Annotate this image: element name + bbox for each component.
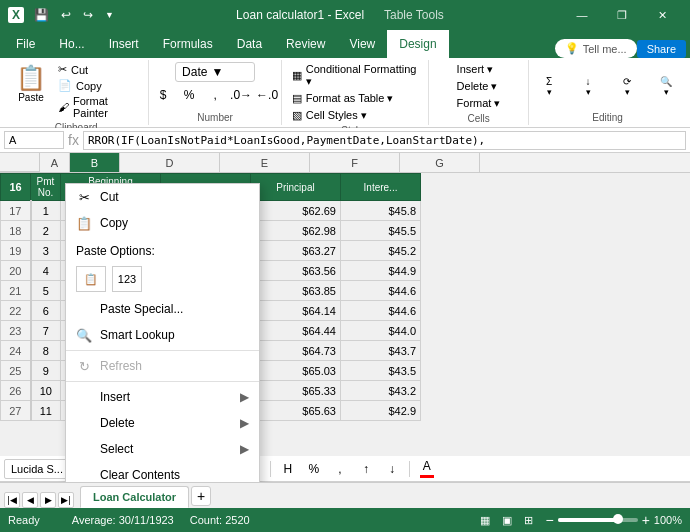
- col-header-d[interactable]: D: [120, 153, 220, 172]
- format-painter-icon: 🖌: [58, 101, 69, 113]
- zoom-out-button[interactable]: −: [545, 512, 553, 528]
- decrease-decimal-button[interactable]: ←.0: [256, 85, 278, 105]
- header-pmtno: PmtNo.: [31, 174, 61, 201]
- format-painter-button[interactable]: 🖌 Format Painter: [54, 94, 142, 120]
- format-date-label: Date: [182, 65, 207, 79]
- insert-cells-button[interactable]: Insert ▾: [453, 62, 505, 77]
- view-normal-icon[interactable]: ▦: [480, 514, 490, 527]
- col-header-a[interactable]: A: [40, 153, 70, 172]
- fill-button[interactable]: ↓▾: [570, 74, 606, 99]
- clear-button[interactable]: ⟳▾: [609, 74, 645, 99]
- zoom-bar: [558, 518, 638, 522]
- format-cells-ribbon-button[interactable]: Format ▾: [453, 96, 505, 111]
- undo-icon[interactable]: ↩: [57, 6, 75, 24]
- decrease-indent-button[interactable]: ↓: [381, 459, 403, 479]
- formula-input[interactable]: [83, 131, 686, 150]
- comma-button[interactable]: ,: [204, 85, 226, 105]
- smart-lookup-icon: 🔍: [76, 328, 92, 343]
- ctx-sep-1: [66, 350, 259, 351]
- comma-format-button[interactable]: ,: [329, 459, 351, 479]
- add-sheet-button[interactable]: +: [191, 486, 211, 506]
- number-format-dropdown[interactable]: Date ▼: [175, 62, 255, 82]
- paste-special-label: Paste Special...: [100, 302, 183, 316]
- col-header-f[interactable]: F: [310, 153, 400, 172]
- conditional-formatting-button[interactable]: ▦ Conditional Formatting ▾: [288, 62, 422, 89]
- header-interest: Intere...: [341, 174, 421, 201]
- currency-button[interactable]: $: [152, 85, 174, 105]
- zoom-in-button[interactable]: +: [642, 512, 650, 528]
- col-header-e[interactable]: E: [220, 153, 310, 172]
- paste-header-label: Paste Options:: [76, 244, 155, 258]
- sheet-prev-button[interactable]: ◀: [22, 492, 38, 508]
- select-ctx-label: Select: [100, 442, 133, 456]
- tab-home[interactable]: Ho...: [47, 30, 96, 58]
- ctx-delete[interactable]: Delete ▶: [66, 410, 259, 436]
- col-header-g[interactable]: G: [400, 153, 480, 172]
- increase-indent-button[interactable]: ↑: [355, 459, 377, 479]
- sheet-first-button[interactable]: |◀: [4, 492, 20, 508]
- tell-me[interactable]: 💡 Tell me...: [555, 39, 637, 58]
- cell-styles-icon: ▧: [292, 109, 302, 122]
- ctx-sep-2: [66, 381, 259, 382]
- close-button[interactable]: ✕: [642, 0, 682, 30]
- paste-opt-1[interactable]: 📋: [76, 266, 106, 292]
- percent-format-button[interactable]: %: [303, 459, 325, 479]
- table-tools-label: Table Tools: [384, 8, 444, 22]
- font-color-button[interactable]: A: [416, 459, 438, 479]
- highlight-button[interactable]: H: [277, 459, 299, 479]
- autosum-button[interactable]: Σ▾: [531, 74, 567, 99]
- styles-group: ▦ Conditional Formatting ▾ ▤ Format as T…: [282, 60, 429, 125]
- ctx-select[interactable]: Select ▶: [66, 436, 259, 462]
- cell-styles-button[interactable]: ▧ Cell Styles ▾: [288, 108, 422, 123]
- zoom-handle[interactable]: [613, 514, 623, 524]
- tab-insert[interactable]: Insert: [97, 30, 151, 58]
- refresh-icon: ↻: [76, 359, 92, 374]
- tab-data[interactable]: Data: [225, 30, 274, 58]
- maximize-button[interactable]: ❐: [602, 0, 642, 30]
- status-bar: Ready Average: 30/11/1923 Count: 2520 ▦ …: [0, 508, 690, 532]
- ctx-smart-lookup[interactable]: 🔍 Smart Lookup: [66, 322, 259, 348]
- paste-opt-2[interactable]: 123: [112, 266, 142, 292]
- ctx-copy[interactable]: 📋 Copy: [66, 210, 259, 236]
- ready-status: Ready: [8, 514, 40, 526]
- redo-icon[interactable]: ↪: [79, 6, 97, 24]
- percent-button[interactable]: %: [178, 85, 200, 105]
- dropdown-arrow-icon: ▼: [211, 65, 223, 79]
- insert-arrow-icon: ▶: [240, 390, 249, 404]
- copy-ctx-label: Copy: [100, 216, 128, 230]
- tab-design[interactable]: Design: [387, 30, 448, 58]
- ribbon-tabs: File Ho... Insert Formulas Data Review V…: [0, 30, 690, 58]
- ctx-cut[interactable]: ✂ Cut: [66, 184, 259, 210]
- tab-review[interactable]: Review: [274, 30, 337, 58]
- increase-decimal-button[interactable]: .0→: [230, 85, 252, 105]
- ctx-paste-special[interactable]: Paste Special...: [66, 296, 259, 322]
- sheet-last-button[interactable]: ▶|: [58, 492, 74, 508]
- tab-view[interactable]: View: [337, 30, 387, 58]
- view-layout-icon[interactable]: ▣: [502, 514, 512, 527]
- tab-file[interactable]: File: [4, 30, 47, 58]
- tab-formulas[interactable]: Formulas: [151, 30, 225, 58]
- clear-contents-label: Clear Contents: [100, 468, 180, 482]
- customize-qa-icon[interactable]: ▼: [101, 8, 118, 22]
- copy-button[interactable]: 📄 Copy: [54, 78, 142, 93]
- delete-cells-button[interactable]: Delete ▾: [453, 79, 505, 94]
- format-as-table-button[interactable]: ▤ Format as Table ▾: [288, 91, 422, 106]
- ctx-clear-contents[interactable]: Clear Contents: [66, 462, 259, 482]
- paste-button[interactable]: 📋 Paste: [10, 62, 52, 120]
- number-label: Number: [197, 112, 233, 123]
- context-menu: ✂ Cut 📋 Copy Paste Options: 📋 123 Paste …: [65, 183, 260, 482]
- name-box[interactable]: [4, 131, 64, 149]
- col-header-b[interactable]: B: [70, 153, 120, 172]
- cut-ctx-label: Cut: [100, 190, 119, 204]
- cut-button[interactable]: ✂ Cut: [54, 62, 142, 77]
- sheet-next-button[interactable]: ▶: [40, 492, 56, 508]
- excel-logo-icon: X: [8, 7, 24, 23]
- sheet-tab-loan-calculator[interactable]: Loan Calculator: [80, 486, 189, 508]
- view-page-break-icon[interactable]: ⊞: [524, 514, 533, 527]
- copy-icon: 📄: [58, 79, 72, 92]
- find-button[interactable]: 🔍▾: [648, 74, 684, 99]
- ctx-insert[interactable]: Insert ▶: [66, 384, 259, 410]
- save-icon[interactable]: 💾: [30, 6, 53, 24]
- share-button[interactable]: Share: [637, 40, 686, 58]
- minimize-button[interactable]: —: [562, 0, 602, 30]
